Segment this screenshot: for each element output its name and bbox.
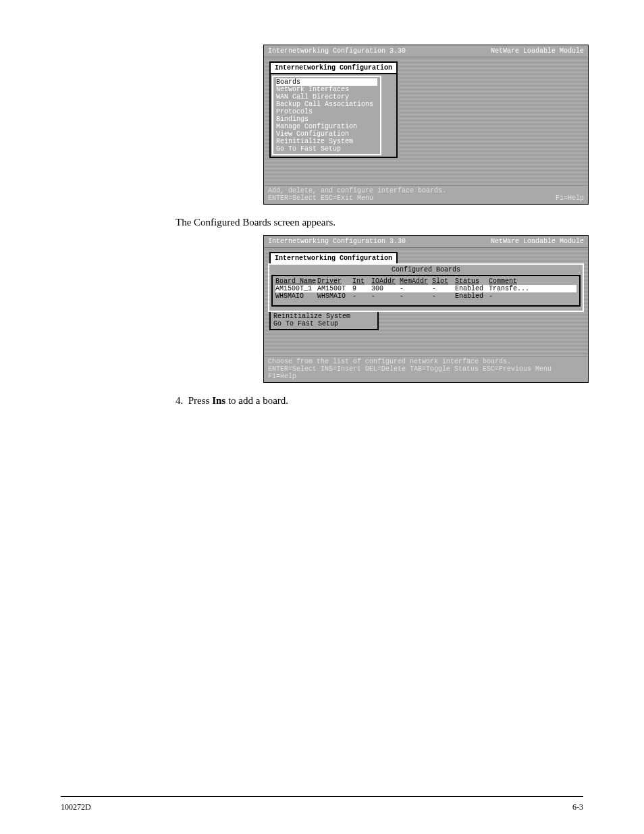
body-step4: 4. Press Ins to add a board.	[176, 395, 540, 407]
col-header: Comment	[489, 278, 529, 285]
footer-right: 6-3	[572, 802, 583, 812]
footer-rule	[61, 796, 583, 797]
screenshot-inetcfg-menu: Internetworking Configuration 3.30 NetWa…	[263, 45, 589, 205]
leftover-menu: Reinitialize SystemGo To Fast Setup	[269, 312, 379, 330]
title-left: Internetworking Configuration 3.30	[268, 238, 406, 245]
menu-item[interactable]: WAN Call Directory	[276, 93, 377, 101]
title-bar: Internetworking Configuration 3.30 NetWa…	[264, 236, 588, 248]
table-cell: 300	[371, 285, 400, 292]
menu-item[interactable]: Manage Configuration	[276, 123, 377, 130]
table-cell: -	[400, 285, 432, 292]
status-bar: Add, delete, and configure interface boa…	[264, 185, 588, 204]
table-cell: Transfe...	[489, 285, 529, 292]
main-menu[interactable]: BoardsNetwork InterfacesWAN Call Directo…	[272, 76, 381, 155]
body-step3: The Configured Boards screen appears.	[176, 217, 540, 228]
table-cell: AM1500T	[317, 285, 352, 292]
title-left: Internetworking Configuration 3.30	[268, 47, 406, 55]
screenshot-configured-boards: Internetworking Configuration 3.30 NetWa…	[263, 235, 589, 383]
panel-title: Internetworking Configuration	[269, 61, 398, 73]
col-header: Int	[352, 278, 371, 285]
table-row[interactable]: WHSMAIOWHSMAIO----Enabled-	[275, 292, 576, 300]
boards-title: Configured Boards	[269, 265, 583, 274]
footer-left: 100272D	[61, 802, 91, 812]
table-cell: -	[352, 292, 371, 300]
table-cell: -	[371, 292, 400, 300]
table-row[interactable]: AM1500T_1AM1500T9300--EnabledTransfe...	[275, 285, 576, 292]
title-right: NetWare Loadable Module	[491, 47, 584, 55]
status-help: F1=Help	[556, 194, 584, 202]
menu-item[interactable]: Reinitialize System	[276, 138, 377, 145]
table-cell: -	[432, 292, 455, 300]
table-cell: Enabled	[455, 292, 489, 300]
table-cell: -	[400, 292, 432, 300]
table-cell: 9	[352, 285, 371, 292]
col-header: Status	[455, 278, 489, 285]
status-bar: Choose from the list of configured netwo…	[264, 356, 588, 382]
menu-item[interactable]: Boards	[276, 78, 377, 86]
menu-item[interactable]: Network Interfaces	[276, 86, 377, 93]
table-cell: WHSMAIO	[317, 292, 352, 300]
table-cell: Enabled	[455, 285, 489, 292]
table-cell: -	[432, 285, 455, 292]
col-header: MemAddr	[400, 278, 432, 285]
status-line2: ENTER=Select INS=Insert DEL=Delete TAB=T…	[268, 365, 552, 380]
table-cell: -	[489, 292, 529, 300]
status-line1: Choose from the list of configured netwo…	[268, 358, 511, 365]
menu-item: Reinitialize System	[273, 313, 375, 320]
menu-item[interactable]: Go To Fast Setup	[276, 145, 377, 153]
menu-item[interactable]: View Configuration	[276, 130, 377, 138]
menu-item[interactable]: Protocols	[276, 108, 377, 115]
col-header: IOAddr	[371, 278, 400, 285]
boards-table[interactable]: Board NameDriverIntIOAddrMemAddrSlotStat…	[271, 275, 581, 307]
table-header: Board NameDriverIntIOAddrMemAddrSlotStat…	[275, 278, 576, 285]
title-bar: Internetworking Configuration 3.30 NetWa…	[264, 45, 588, 57]
col-header: Slot	[432, 278, 455, 285]
table-cell: AM1500T_1	[275, 285, 317, 292]
col-header: Board Name	[275, 278, 317, 285]
menu-item: Go To Fast Setup	[273, 320, 375, 328]
menu-item[interactable]: Backup Call Associations	[276, 101, 377, 108]
col-header: Driver	[317, 278, 352, 285]
table-cell: WHSMAIO	[275, 292, 317, 300]
status-line2: ENTER=Select ESC=Exit Menu	[268, 194, 373, 202]
title-right: NetWare Loadable Module	[491, 238, 584, 245]
menu-item[interactable]: Bindings	[276, 115, 377, 123]
status-line1: Add, delete, and configure interface boa…	[268, 187, 446, 194]
panel-title: Internetworking Configuration	[269, 252, 398, 263]
